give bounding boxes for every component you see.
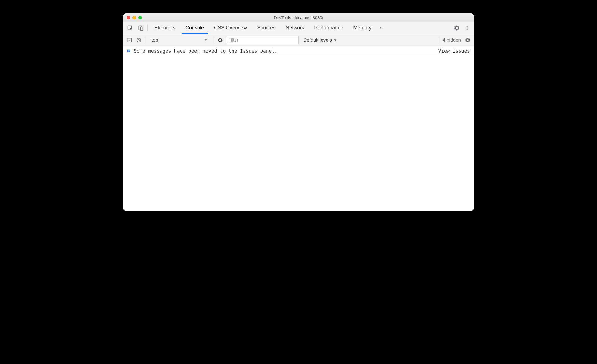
issues-message-text: Some messages have been moved to the Iss… <box>134 48 277 54</box>
traffic-lights <box>123 16 142 19</box>
maximize-window-button[interactable] <box>138 16 142 19</box>
overflow-icon: » <box>380 25 383 31</box>
tab-performance[interactable]: Performance <box>309 22 348 34</box>
tab-label: Elements <box>154 25 175 31</box>
svg-point-10 <box>220 40 221 41</box>
svg-marker-7 <box>129 39 130 41</box>
tab-elements[interactable]: Elements <box>149 22 180 34</box>
execution-context-select[interactable]: top ▼ <box>149 36 210 44</box>
settings-gear-icon[interactable] <box>451 25 462 31</box>
log-levels-select[interactable]: Default levels ▼ <box>300 36 340 44</box>
inspect-element-icon[interactable] <box>125 22 136 34</box>
issues-notice-row: Some messages have been moved to the Iss… <box>123 46 474 56</box>
divider <box>147 24 148 32</box>
tab-console[interactable]: Console <box>180 22 209 34</box>
svg-point-5 <box>467 29 467 30</box>
divider <box>213 37 213 43</box>
toggle-console-sidebar-icon[interactable] <box>125 36 133 44</box>
context-label: top <box>151 37 158 43</box>
divider <box>440 37 440 43</box>
svg-line-9 <box>137 39 140 41</box>
svg-point-3 <box>467 26 467 27</box>
svg-rect-11 <box>128 50 130 50</box>
filter-input[interactable] <box>226 36 299 44</box>
close-window-button[interactable] <box>127 16 130 19</box>
tab-memory[interactable]: Memory <box>348 22 376 34</box>
tabbar-right <box>448 22 472 34</box>
tabs: Elements Console CSS Overview Sources Ne… <box>149 22 386 34</box>
tab-label: CSS Overview <box>214 25 247 31</box>
main-tabbar: Elements Console CSS Overview Sources Ne… <box>123 22 474 34</box>
console-toolbar: top ▼ Default levels ▼ 4 hidden <box>123 34 474 46</box>
hidden-messages-count[interactable]: 4 hidden <box>443 37 462 43</box>
tab-label: Network <box>286 25 304 31</box>
minimize-window-button[interactable] <box>132 16 136 19</box>
svg-rect-12 <box>128 51 129 51</box>
tab-network[interactable]: Network <box>281 22 309 34</box>
divider <box>146 37 146 43</box>
window-title: DevTools - localhost:8080/ <box>123 15 474 20</box>
titlebar: DevTools - localhost:8080/ <box>123 13 474 22</box>
chevron-down-icon: ▼ <box>204 38 208 42</box>
tab-label: Performance <box>314 25 343 31</box>
live-expression-icon[interactable] <box>216 36 224 44</box>
chevron-down-icon: ▼ <box>334 38 337 42</box>
tab-label: Sources <box>257 25 275 31</box>
device-toolbar-icon[interactable] <box>136 22 146 34</box>
tab-label: Console <box>185 25 204 31</box>
more-menu-icon[interactable] <box>462 25 472 31</box>
levels-label: Default levels <box>303 37 332 43</box>
console-output-area[interactable] <box>123 56 474 211</box>
devtools-window: DevTools - localhost:8080/ Elements Cons… <box>123 13 474 211</box>
tab-label: Memory <box>353 25 371 31</box>
issues-icon <box>127 49 131 53</box>
svg-point-4 <box>467 27 467 28</box>
tab-sources[interactable]: Sources <box>252 22 281 34</box>
tab-css-overview[interactable]: CSS Overview <box>209 22 252 34</box>
console-settings-gear-icon[interactable] <box>464 36 472 44</box>
svg-rect-2 <box>140 27 143 30</box>
clear-console-icon[interactable] <box>135 36 143 44</box>
view-issues-link[interactable]: View issues <box>438 48 470 54</box>
tabs-overflow-button[interactable]: » <box>376 22 386 34</box>
